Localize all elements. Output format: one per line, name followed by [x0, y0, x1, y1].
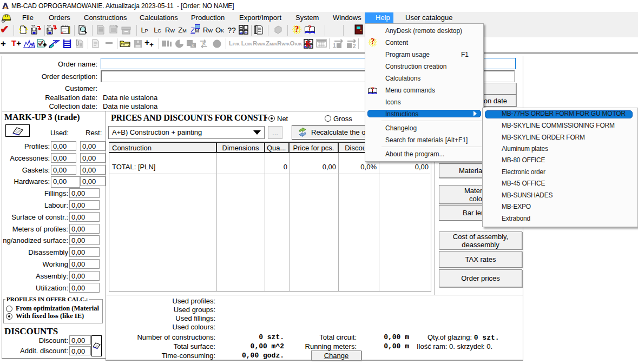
svg-text:?: ? [371, 86, 374, 92]
svg-text:K: K [306, 40, 312, 48]
svg-text:?: ? [308, 24, 312, 31]
svg-text:1: 1 [333, 43, 336, 49]
svg-text:K: K [192, 43, 195, 48]
svg-text:w: w [239, 31, 243, 35]
svg-text:2: 2 [353, 43, 356, 49]
svg-text:K: K [202, 41, 206, 47]
